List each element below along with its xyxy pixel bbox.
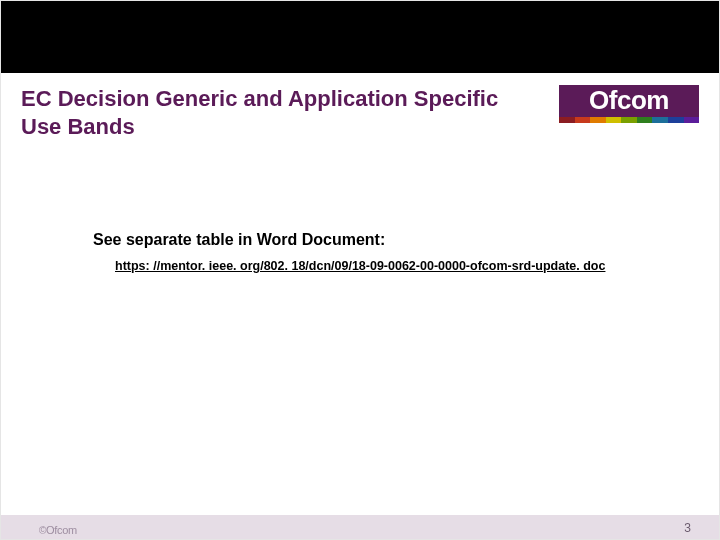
page-number: 3 — [684, 521, 691, 535]
body-lead-text: See separate table in Word Document: — [93, 231, 385, 249]
document-link[interactable]: https: //mentor. ieee. org/802. 18/dcn/0… — [115, 259, 605, 273]
footer-copyright: ©Ofcom — [39, 524, 77, 536]
ofcom-logo-text: Ofcom — [559, 85, 699, 117]
slide-title: EC Decision Generic and Application Spec… — [21, 85, 511, 140]
slide: EC Decision Generic and Application Spec… — [0, 0, 720, 540]
footer-bar: ©Ofcom 3 — [1, 515, 719, 539]
ofcom-logo: Ofcom — [559, 85, 699, 123]
ofcom-logo-stripe — [559, 117, 699, 123]
top-black-bar — [1, 1, 719, 73]
footer-copyright-text: Ofcom — [46, 524, 77, 536]
